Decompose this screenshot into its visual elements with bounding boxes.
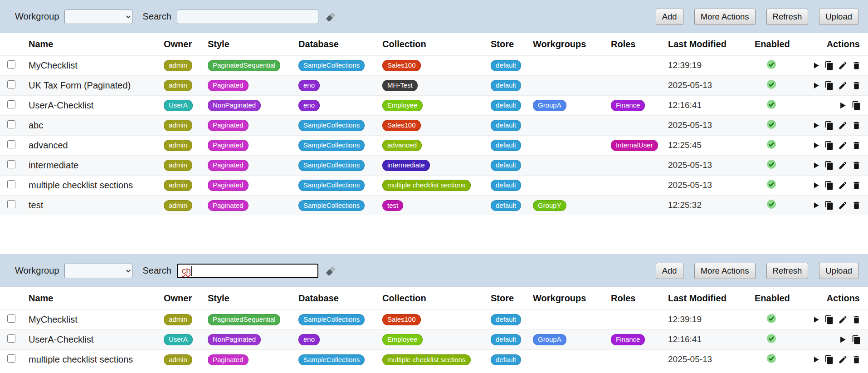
row-database: eno — [298, 75, 382, 95]
edit-button[interactable] — [838, 140, 848, 150]
row-last-modified: 2025-05-13 — [668, 115, 755, 135]
badge-samplecollections: SampleCollections — [298, 314, 365, 325]
copy-button[interactable] — [824, 160, 834, 170]
edit-button[interactable] — [838, 354, 848, 364]
row-checkbox[interactable] — [7, 314, 15, 323]
badge-paginated: Paginated — [208, 160, 249, 171]
clear-search-button[interactable] — [324, 10, 337, 24]
badge-multiple-checklist-sections: multiple checklist sections — [382, 354, 471, 365]
refresh-button[interactable]: Refresh — [766, 263, 809, 279]
run-button[interactable] — [814, 80, 820, 90]
workgroup-select[interactable] — [64, 10, 132, 24]
add-button[interactable]: Add — [656, 263, 683, 279]
row-collection: Sales100 — [382, 55, 491, 75]
run-button[interactable] — [837, 100, 847, 110]
copy-button[interactable] — [824, 120, 834, 130]
row-checkbox[interactable] — [7, 120, 15, 128]
upload-button[interactable]: Upload — [819, 9, 858, 25]
copy-icon — [824, 141, 834, 150]
workgroup-label: Workgroup — [15, 265, 59, 276]
copy-icon — [824, 181, 834, 190]
copy-button[interactable] — [824, 354, 834, 364]
row-database: SampleCollections — [298, 349, 382, 369]
trash-icon — [852, 121, 861, 130]
edit-icon — [838, 81, 848, 90]
badge-admin: admin — [164, 180, 192, 191]
run-button[interactable] — [837, 334, 847, 344]
table-row: abcadminPaginatedSampleCollectionsSales1… — [0, 115, 868, 135]
run-button[interactable] — [814, 200, 820, 210]
copy-button[interactable] — [824, 140, 834, 150]
run-button[interactable] — [814, 354, 820, 364]
row-checkbox[interactable] — [7, 140, 15, 148]
enabled-status-icon — [766, 99, 776, 109]
trash-icon — [852, 161, 861, 170]
row-checkbox[interactable] — [7, 180, 15, 188]
delete-button[interactable] — [852, 140, 861, 150]
row-name: multiple checklist sections — [20, 175, 164, 195]
run-button[interactable] — [814, 314, 820, 324]
run-icon — [814, 315, 820, 324]
delete-button[interactable] — [852, 160, 861, 170]
badge-admin: admin — [164, 314, 192, 325]
delete-button[interactable] — [852, 120, 861, 130]
edit-button[interactable] — [838, 120, 848, 130]
copy-button[interactable] — [824, 314, 834, 324]
run-button[interactable] — [814, 160, 820, 170]
delete-button[interactable] — [852, 314, 861, 324]
edit-button[interactable] — [838, 60, 848, 70]
edit-button[interactable] — [838, 200, 848, 210]
run-button[interactable] — [814, 180, 820, 190]
edit-button[interactable] — [838, 160, 848, 170]
delete-button[interactable] — [852, 80, 861, 90]
copy-button[interactable] — [851, 100, 861, 110]
search-input[interactable] — [177, 10, 318, 24]
copy-button[interactable] — [824, 200, 834, 210]
more-actions-button[interactable]: More Actions — [694, 9, 756, 25]
row-name: test — [20, 195, 164, 215]
upload-button[interactable]: Upload — [819, 263, 858, 279]
col-header-actions: Actions — [814, 33, 868, 55]
refresh-button[interactable]: Refresh — [766, 9, 809, 25]
delete-button[interactable] — [852, 200, 861, 210]
row-checkbox[interactable] — [7, 334, 15, 343]
copy-button[interactable] — [824, 180, 834, 190]
row-checkbox[interactable] — [7, 200, 15, 208]
copy-button[interactable] — [824, 60, 834, 70]
row-store: default — [491, 75, 533, 95]
delete-button[interactable] — [852, 354, 861, 364]
add-button[interactable]: Add — [656, 9, 683, 25]
workgroup-select[interactable] — [64, 264, 132, 278]
run-button[interactable] — [814, 60, 820, 70]
row-checkbox[interactable] — [7, 160, 15, 168]
delete-button[interactable] — [852, 180, 861, 190]
search-label: Search — [142, 265, 171, 276]
check-circle-icon — [766, 199, 776, 209]
edit-button[interactable] — [838, 80, 848, 90]
copy-button[interactable] — [824, 80, 834, 90]
row-checkbox[interactable] — [7, 354, 15, 363]
row-checkbox[interactable] — [7, 80, 15, 88]
clear-search-button[interactable] — [324, 264, 337, 278]
run-button[interactable] — [814, 140, 820, 150]
table-row: testadminPaginatedSampleCollectionstestd… — [0, 195, 868, 215]
more-actions-button[interactable]: More Actions — [694, 263, 756, 279]
row-checkbox[interactable] — [7, 100, 15, 108]
badge-paginated: Paginated — [208, 200, 249, 211]
enabled-status-icon — [766, 139, 776, 149]
edit-icon — [838, 161, 848, 170]
edit-button[interactable] — [838, 180, 848, 190]
delete-button[interactable] — [852, 60, 861, 70]
row-checkbox[interactable] — [7, 60, 15, 69]
badge-samplecollections: SampleCollections — [298, 354, 365, 365]
trash-icon — [852, 315, 861, 324]
copy-icon — [824, 201, 834, 210]
text-caret — [191, 266, 192, 276]
run-button[interactable] — [814, 120, 820, 130]
check-circle-icon — [766, 159, 776, 169]
copy-button[interactable] — [851, 334, 861, 344]
search-input[interactable]: ch — [177, 264, 318, 278]
edit-button[interactable] — [838, 314, 848, 324]
col-header-last-modified: Last Modified — [668, 33, 755, 55]
row-last-modified: 12:25:32 — [668, 195, 755, 215]
